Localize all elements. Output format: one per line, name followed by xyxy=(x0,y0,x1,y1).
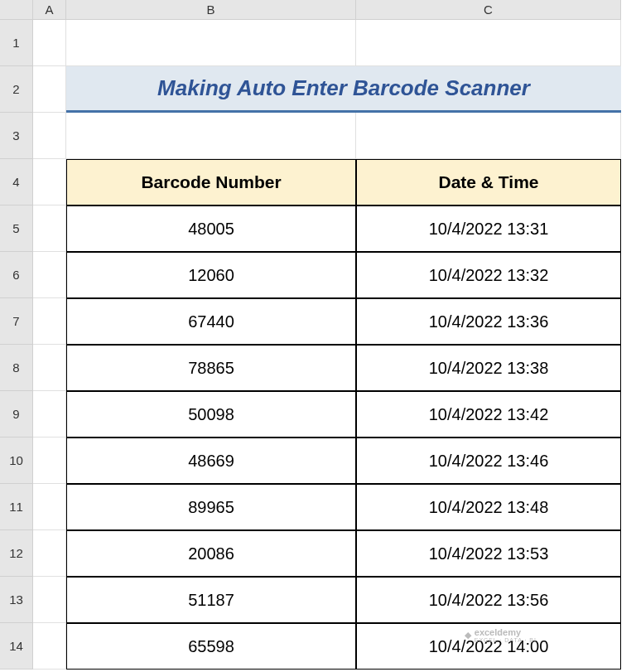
table-row[interactable]: 10/4/2022 13:48 xyxy=(356,484,621,530)
column-header-c[interactable]: C xyxy=(356,0,621,20)
row-header-7[interactable]: 7 xyxy=(0,298,33,345)
table-header-datetime[interactable]: Date & Time xyxy=(356,159,621,205)
table-row[interactable]: 48005 xyxy=(66,205,356,252)
worksheet-title[interactable]: Making Auto Enter Barcode Scanner xyxy=(66,66,621,113)
table-row[interactable]: 48669 xyxy=(66,438,356,484)
watermark: ◆ exceldemy EXCEL · DATA · BI xyxy=(465,627,537,643)
cell-a4[interactable] xyxy=(33,159,66,205)
table-row[interactable]: 65598 xyxy=(66,623,356,670)
cell-a14[interactable] xyxy=(33,623,66,670)
row-header-12[interactable]: 12 xyxy=(0,530,33,577)
cell-a12[interactable] xyxy=(33,530,66,577)
row-header-13[interactable]: 13 xyxy=(0,577,33,623)
table-row[interactable]: 10/4/2022 13:56 xyxy=(356,577,621,623)
table-row[interactable]: 10/4/2022 13:53 xyxy=(356,530,621,577)
cell-a1[interactable] xyxy=(33,20,66,66)
watermark-text: exceldemy xyxy=(475,627,537,637)
row-header-10[interactable]: 10 xyxy=(0,438,33,484)
cell-a8[interactable] xyxy=(33,345,66,391)
table-row[interactable]: 67440 xyxy=(66,298,356,345)
table-row[interactable]: 10/4/2022 13:46 xyxy=(356,438,621,484)
cell-b1[interactable] xyxy=(66,20,356,66)
cell-c3[interactable] xyxy=(356,113,621,159)
table-header-barcode[interactable]: Barcode Number xyxy=(66,159,356,205)
row-header-11[interactable]: 11 xyxy=(0,484,33,530)
cell-a10[interactable] xyxy=(33,438,66,484)
row-header-2[interactable]: 2 xyxy=(0,66,33,113)
watermark-subtext: EXCEL · DATA · BI xyxy=(475,637,537,643)
table-row[interactable]: 10/4/2022 13:42 xyxy=(356,391,621,438)
row-header-8[interactable]: 8 xyxy=(0,345,33,391)
column-header-b[interactable]: B xyxy=(66,0,356,20)
spreadsheet-grid: A B C 1 2 Making Auto Enter Barcode Scan… xyxy=(0,0,636,670)
column-header-a[interactable]: A xyxy=(33,0,66,20)
row-header-6[interactable]: 6 xyxy=(0,252,33,298)
cell-a5[interactable] xyxy=(33,205,66,252)
cell-a11[interactable] xyxy=(33,484,66,530)
row-header-5[interactable]: 5 xyxy=(0,205,33,252)
row-header-4[interactable]: 4 xyxy=(0,159,33,205)
cell-a7[interactable] xyxy=(33,298,66,345)
table-row[interactable]: 89965 xyxy=(66,484,356,530)
cell-a3[interactable] xyxy=(33,113,66,159)
cell-c1[interactable] xyxy=(356,20,621,66)
select-all-corner[interactable] xyxy=(0,0,33,20)
table-row[interactable]: 51187 xyxy=(66,577,356,623)
cell-a2[interactable] xyxy=(33,66,66,113)
row-header-14[interactable]: 14 xyxy=(0,623,33,670)
table-row[interactable]: 50098 xyxy=(66,391,356,438)
table-row[interactable]: 12060 xyxy=(66,252,356,298)
table-row[interactable]: 10/4/2022 13:32 xyxy=(356,252,621,298)
row-header-9[interactable]: 9 xyxy=(0,391,33,438)
cell-b3[interactable] xyxy=(66,113,356,159)
table-row[interactable]: 10/4/2022 13:31 xyxy=(356,205,621,252)
table-row[interactable]: 10/4/2022 13:36 xyxy=(356,298,621,345)
table-row[interactable]: 10/4/2022 13:38 xyxy=(356,345,621,391)
cell-a9[interactable] xyxy=(33,391,66,438)
cell-a13[interactable] xyxy=(33,577,66,623)
table-row[interactable]: 20086 xyxy=(66,530,356,577)
row-header-3[interactable]: 3 xyxy=(0,113,33,159)
watermark-icon: ◆ xyxy=(465,630,471,641)
cell-a6[interactable] xyxy=(33,252,66,298)
table-row[interactable]: 78865 xyxy=(66,345,356,391)
row-header-1[interactable]: 1 xyxy=(0,20,33,66)
